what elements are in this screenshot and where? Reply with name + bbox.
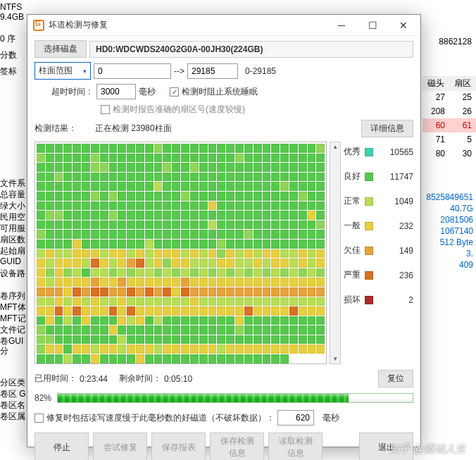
remain-label: 剩余时间： <box>119 373 161 385</box>
maximize-button[interactable]: ☐ <box>357 15 388 36</box>
repair-ms-input[interactable] <box>277 410 314 425</box>
chevron-down-icon: ▾ <box>83 68 87 75</box>
bg-left-labels: 文件系总容量绿大小民用空可用服扇区数起始扇GUID设备路卷序列MFT体MFT记文… <box>0 178 26 347</box>
accurate-label: 检测时报告准确的扇区号(速度较慢) <box>113 104 245 116</box>
close-button[interactable]: ✕ <box>388 15 419 36</box>
save-detect-button[interactable]: 保存检测信息 <box>210 433 264 460</box>
titlebar[interactable]: 坏道检测与修复 ─ ☐ ✕ <box>27 15 420 36</box>
elapsed-value: 0:23:44 <box>80 374 108 384</box>
disk-label: HD0:WDCWDS240G2G0A-00JH30(224GB) <box>89 41 413 58</box>
range-mode-select[interactable]: 柱面范围▾ <box>35 62 91 80</box>
legend-item: 一般232 <box>344 220 413 232</box>
grid-scrollbar[interactable]: ▲ ▼ <box>330 142 341 364</box>
ms-label: 毫秒 <box>139 86 156 98</box>
repair-checkbox[interactable] <box>35 414 44 423</box>
load-detect-button[interactable]: 读取检测信息 <box>268 433 322 460</box>
elapsed-label: 已用时间： <box>35 373 77 385</box>
repair-note: 修复时包括读写速度慢于此毫秒数的好磁道（不破坏数据）： <box>46 412 275 424</box>
bg-fs: NTFS <box>0 2 24 12</box>
arrow-label: --> <box>174 66 184 76</box>
legend-item: 欠佳149 <box>344 244 413 256</box>
legend-item: 损坏2 <box>344 294 413 306</box>
sleep-checkbox[interactable]: ✓ <box>170 87 179 97</box>
dialog-window: 坏道检测与修复 ─ ☐ ✕ 选择磁盘 HD0:WDCWDS240G2G0A-00… <box>27 14 421 447</box>
range-full: 0-29185 <box>245 66 276 76</box>
bg-label: 签标 <box>0 66 24 77</box>
bg-seq: 0 序 <box>0 33 24 45</box>
bg-anal: 分 <box>0 345 8 357</box>
timeout-label: 超时时间： <box>35 86 94 98</box>
try-repair-button[interactable]: 尝试修复 <box>93 433 147 460</box>
result-value: 正在检测 23980柱面 <box>95 123 172 135</box>
legend-item: 正常1049 <box>344 195 413 207</box>
scroll-up-icon[interactable]: ▲ <box>332 144 338 150</box>
detail-button[interactable]: 详细信息 <box>361 120 413 137</box>
range-from-input[interactable] <box>94 63 171 79</box>
percent-label: 82% <box>35 393 51 403</box>
legend-item: 严重236 <box>344 269 413 281</box>
legend-item: 优秀10565 <box>344 146 413 158</box>
bg-table-rows: 27252082660617158030 <box>422 90 476 161</box>
scroll-down-icon[interactable]: ▼ <box>332 356 338 362</box>
accurate-checkbox[interactable] <box>101 105 110 114</box>
legend: 优秀10565良好11747正常1049一般232欠佳149严重236损坏2 <box>344 142 413 364</box>
stop-button[interactable]: 停止 <box>35 433 89 460</box>
reset-button[interactable]: 复位 <box>378 370 413 387</box>
save-report-button[interactable]: 保存报表 <box>151 433 206 460</box>
app-icon <box>33 20 44 31</box>
bg-fen: 分数 <box>0 49 24 61</box>
result-label: 检测结果： <box>35 123 77 135</box>
sleep-label: 检测时阻止系统睡眠 <box>182 86 258 98</box>
timeout-input[interactable] <box>96 84 136 99</box>
ms2-label: 毫秒 <box>322 412 339 424</box>
bg-bottom-labels: 分区类卷区 G卷区名卷区属 <box>0 377 26 422</box>
bg-size: 9.4GB <box>0 12 24 22</box>
window-title: 坏道检测与修复 <box>49 19 326 31</box>
watermark: 知乎 @驱动人生 <box>389 442 466 456</box>
remain-value: 0:05:10 <box>164 374 192 384</box>
bg-bignum: 8862128 <box>439 37 472 46</box>
bg-blue-values: 852584965140.7G20815061067140512 Byte3.4… <box>426 192 473 271</box>
range-to-input[interactable] <box>187 63 238 79</box>
bg-table-head: 磁头扇区 <box>422 76 476 91</box>
block-grid <box>35 142 327 364</box>
progress-bar <box>57 393 413 403</box>
minimize-button[interactable]: ─ <box>326 15 357 36</box>
legend-item: 良好11747 <box>344 170 413 182</box>
select-disk-button[interactable]: 选择磁盘 <box>35 40 87 58</box>
